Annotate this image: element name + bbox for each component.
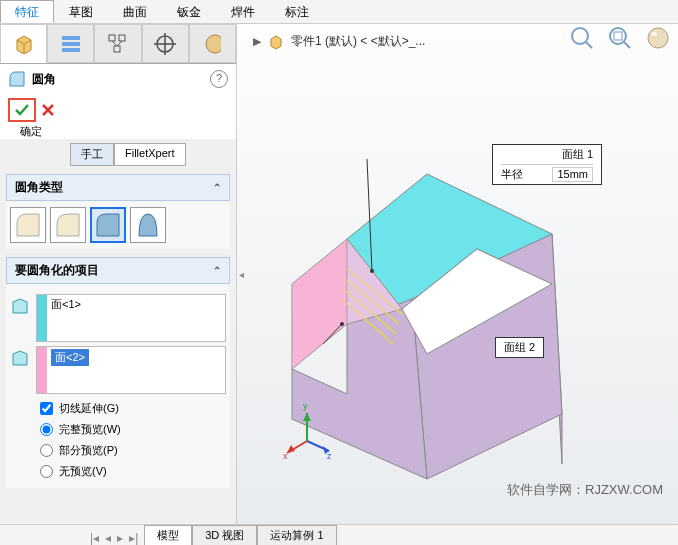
ribbon-tab-feature[interactable]: 特征	[0, 0, 54, 23]
ribbon-tab-surface[interactable]: 曲面	[108, 0, 162, 23]
full-preview-radio[interactable]	[40, 423, 53, 436]
ribbon-tab-annotate[interactable]: 标注	[270, 0, 324, 23]
svg-rect-5	[62, 42, 80, 46]
ok-label: 确定	[20, 125, 42, 137]
svg-rect-7	[109, 35, 115, 41]
target-icon	[152, 31, 178, 57]
tree-expand-icon[interactable]: ▶	[253, 35, 261, 48]
sphere-icon	[203, 31, 221, 57]
pm-tab-property[interactable]	[47, 24, 94, 63]
tab-scroll-first-icon[interactable]: |◂	[90, 531, 99, 545]
ribbon-tabs: 特征 草图 曲面 钣金 焊件 标注	[0, 0, 678, 24]
fillet-icon	[8, 70, 26, 88]
bottom-tab-motion[interactable]: 运动算例 1	[257, 525, 336, 545]
no-preview-label: 无预览(V)	[59, 464, 107, 479]
cube-icon	[11, 31, 37, 57]
svg-text:x: x	[283, 451, 288, 461]
axis-triad-icon: x y z	[277, 401, 337, 461]
svg-marker-41	[303, 413, 311, 421]
cancel-button[interactable]	[40, 102, 56, 118]
part-icon	[267, 32, 285, 50]
ribbon-tab-weldment[interactable]: 焊件	[216, 0, 270, 23]
svg-line-10	[112, 41, 117, 46]
chevron-up-icon: ⌃	[213, 182, 221, 193]
fillet-type-full-round[interactable]	[130, 207, 166, 243]
face-set-icon	[10, 348, 30, 368]
svg-marker-18	[271, 36, 281, 49]
face-set-2-item[interactable]: 面<2>	[51, 349, 89, 366]
config-tree-icon	[105, 31, 131, 57]
face-set-2-list[interactable]: 面<2>	[36, 346, 226, 394]
tab-scroll-last-icon[interactable]: ▸|	[129, 531, 138, 545]
svg-point-35	[370, 269, 374, 273]
tangent-propagate-label: 切线延伸(G)	[59, 401, 119, 416]
axis-triad[interactable]: x y z	[277, 401, 337, 464]
color-band-cyan	[37, 295, 47, 341]
partial-preview-label: 部分预览(P)	[59, 443, 118, 458]
ribbon-tab-sheetmetal[interactable]: 钣金	[162, 0, 216, 23]
fillet-type-variable[interactable]	[50, 207, 86, 243]
svg-rect-9	[114, 46, 120, 52]
fillet-items-header[interactable]: 要圆角化的项目 ⌃	[6, 257, 230, 284]
partial-preview-radio[interactable]	[40, 444, 53, 457]
ribbon-tab-sketch[interactable]: 草图	[54, 0, 108, 23]
fillet-type-constant[interactable]	[10, 207, 46, 243]
ok-button[interactable]	[8, 98, 36, 122]
part-name[interactable]: 零件1 (默认) < <默认>_...	[291, 33, 425, 50]
svg-rect-8	[119, 35, 125, 41]
radius-value-input[interactable]: 15mm	[552, 167, 593, 182]
bottom-tab-model[interactable]: 模型	[144, 525, 192, 545]
color-band-pink	[37, 347, 47, 393]
tab-scroll-next-icon[interactable]: ▸	[117, 531, 123, 545]
fillet-type-face[interactable]	[90, 207, 126, 243]
pm-tab-feature-tree[interactable]	[0, 24, 47, 63]
face-group-2-callout[interactable]: 面组 2	[495, 337, 544, 358]
full-preview-label: 完整预览(W)	[59, 422, 121, 437]
svg-line-11	[117, 41, 122, 46]
face-group-1-callout[interactable]: 面组 1 半径15mm	[492, 144, 602, 185]
face-set-1-list[interactable]: 面<1>	[36, 294, 226, 342]
svg-rect-4	[62, 36, 80, 40]
no-preview-radio[interactable]	[40, 465, 53, 478]
bottom-tab-3dview[interactable]: 3D 视图	[192, 525, 257, 545]
fillet-type-header[interactable]: 圆角类型 ⌃	[6, 174, 230, 201]
svg-rect-6	[62, 48, 80, 52]
bottom-tab-bar: |◂ ◂ ▸ ▸| 模型 3D 视图 运动算例 1	[0, 524, 678, 545]
pm-title: 圆角	[32, 71, 210, 88]
chevron-up-icon: ⌃	[213, 265, 221, 276]
close-icon	[40, 102, 56, 118]
pm-tab-appearance[interactable]	[189, 24, 236, 63]
watermark-text: 软件自学网：RJZXW.COM	[507, 481, 663, 499]
face-set-icon	[10, 296, 30, 316]
tangent-propagate-checkbox[interactable]	[40, 402, 53, 415]
panel-splitter[interactable]: ◂	[237, 24, 245, 524]
checkmark-icon	[14, 102, 30, 118]
svg-text:z: z	[327, 451, 332, 461]
help-button[interactable]: ?	[210, 70, 228, 88]
face-set-1-item[interactable]: 面<1>	[47, 295, 225, 341]
mode-tab-xpert[interactable]: FilletXpert	[114, 143, 186, 166]
property-manager-panel: 圆角 ? 确定 手工 FilletXpert 圆角类型 ⌃	[0, 24, 237, 524]
mode-tab-manual[interactable]: 手工	[70, 143, 114, 166]
svg-point-15	[206, 35, 221, 53]
tab-scroll-prev-icon[interactable]: ◂	[105, 531, 111, 545]
svg-point-37	[340, 322, 344, 326]
svg-text:y: y	[303, 401, 308, 411]
property-icon	[58, 31, 84, 57]
pm-tab-dimxpert[interactable]	[142, 24, 189, 63]
radius-label: 半径	[501, 167, 523, 182]
pm-tab-config[interactable]	[94, 24, 141, 63]
pm-header: 圆角 ?	[0, 64, 236, 94]
3d-viewport[interactable]: ▶ 零件1 (默认) < <默认>_...	[237, 24, 678, 524]
